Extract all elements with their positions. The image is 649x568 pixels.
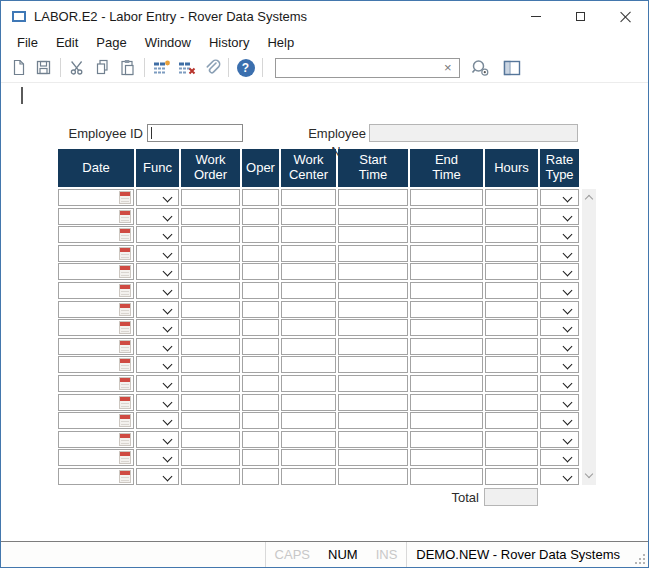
hours-cell[interactable] (485, 338, 538, 355)
end-time-cell[interactable] (410, 356, 483, 373)
work-order-cell[interactable] (181, 301, 240, 318)
calendar-icon[interactable] (119, 228, 131, 241)
rate-type-cell[interactable] (540, 431, 579, 448)
rate-type-cell[interactable] (540, 301, 579, 318)
rate-type-cell[interactable] (540, 189, 579, 206)
work-center-cell[interactable] (281, 282, 336, 299)
end-time-cell[interactable] (410, 319, 483, 336)
chevron-down-icon[interactable] (564, 324, 572, 332)
work-order-cell[interactable] (181, 245, 240, 262)
rate-type-cell[interactable] (540, 468, 579, 485)
end-time-cell[interactable] (410, 468, 483, 485)
chevron-down-icon[interactable] (164, 231, 172, 239)
chevron-down-icon[interactable] (564, 436, 572, 444)
chevron-down-icon[interactable] (164, 250, 172, 258)
delete-row-button[interactable] (174, 56, 199, 80)
work-center-cell[interactable] (281, 449, 336, 466)
insert-row-button[interactable] (149, 56, 174, 80)
rate-type-cell[interactable] (540, 226, 579, 243)
chevron-down-icon[interactable] (164, 399, 172, 407)
chevron-down-icon[interactable] (564, 417, 572, 425)
chevron-down-icon[interactable] (564, 380, 572, 388)
work-center-cell[interactable] (281, 301, 336, 318)
start-time-cell[interactable] (338, 319, 408, 336)
func-cell[interactable] (136, 245, 179, 262)
oper-cell[interactable] (242, 375, 279, 392)
rate-type-cell[interactable] (540, 449, 579, 466)
chevron-down-icon[interactable] (164, 361, 172, 369)
work-center-cell[interactable] (281, 431, 336, 448)
chevron-down-icon[interactable] (564, 399, 572, 407)
hours-cell[interactable] (485, 263, 538, 280)
work-order-cell[interactable] (181, 226, 240, 243)
func-cell[interactable] (136, 226, 179, 243)
func-cell[interactable] (136, 282, 179, 299)
calendar-icon[interactable] (119, 414, 131, 427)
func-cell[interactable] (136, 338, 179, 355)
chevron-down-icon[interactable] (564, 287, 572, 295)
calendar-icon[interactable] (119, 396, 131, 409)
calendar-icon[interactable] (119, 210, 131, 223)
menu-history[interactable]: History (200, 33, 258, 52)
hours-cell[interactable] (485, 208, 538, 225)
resize-grip[interactable] (634, 553, 646, 565)
func-cell[interactable] (136, 449, 179, 466)
oper-cell[interactable] (242, 226, 279, 243)
date-cell[interactable] (58, 338, 134, 355)
end-time-cell[interactable] (410, 189, 483, 206)
start-time-cell[interactable] (338, 394, 408, 411)
end-time-cell[interactable] (410, 412, 483, 429)
rate-type-cell[interactable] (540, 375, 579, 392)
work-order-cell[interactable] (181, 449, 240, 466)
lookup-button[interactable] (468, 56, 493, 80)
func-cell[interactable] (136, 412, 179, 429)
date-cell[interactable] (58, 226, 134, 243)
chevron-down-icon[interactable] (564, 454, 572, 462)
func-cell[interactable] (136, 356, 179, 373)
menu-window[interactable]: Window (136, 33, 200, 52)
hours-cell[interactable] (485, 245, 538, 262)
end-time-cell[interactable] (410, 245, 483, 262)
menu-edit[interactable]: Edit (47, 33, 87, 52)
work-order-cell[interactable] (181, 375, 240, 392)
func-cell[interactable] (136, 319, 179, 336)
rate-type-cell[interactable] (540, 282, 579, 299)
calendar-icon[interactable] (119, 358, 131, 371)
rate-type-cell[interactable] (540, 208, 579, 225)
hours-cell[interactable] (485, 356, 538, 373)
hours-cell[interactable] (485, 412, 538, 429)
layout-button[interactable] (499, 56, 524, 80)
rate-type-cell[interactable] (540, 319, 579, 336)
hours-cell[interactable] (485, 189, 538, 206)
calendar-icon[interactable] (119, 303, 131, 316)
employee-id-field[interactable] (147, 124, 243, 142)
hours-cell[interactable] (485, 319, 538, 336)
chevron-down-icon[interactable] (164, 380, 172, 388)
work-order-cell[interactable] (181, 338, 240, 355)
oper-cell[interactable] (242, 468, 279, 485)
chevron-down-icon[interactable] (164, 454, 172, 462)
start-time-cell[interactable] (338, 431, 408, 448)
oper-cell[interactable] (242, 263, 279, 280)
chevron-down-icon[interactable] (164, 213, 172, 221)
work-order-cell[interactable] (181, 208, 240, 225)
work-center-cell[interactable] (281, 338, 336, 355)
date-cell[interactable] (58, 263, 134, 280)
menu-page[interactable]: Page (87, 33, 135, 52)
maximize-button[interactable] (558, 1, 603, 31)
chevron-down-icon[interactable] (564, 231, 572, 239)
end-time-cell[interactable] (410, 431, 483, 448)
work-center-cell[interactable] (281, 468, 336, 485)
work-order-cell[interactable] (181, 282, 240, 299)
chevron-down-icon[interactable] (164, 306, 172, 314)
end-time-cell[interactable] (410, 394, 483, 411)
hours-cell[interactable] (485, 282, 538, 299)
hours-cell[interactable] (485, 449, 538, 466)
work-order-cell[interactable] (181, 263, 240, 280)
rate-type-cell[interactable] (540, 412, 579, 429)
work-center-cell[interactable] (281, 356, 336, 373)
chevron-down-icon[interactable] (164, 473, 172, 481)
oper-cell[interactable] (242, 301, 279, 318)
start-time-cell[interactable] (338, 226, 408, 243)
new-button[interactable] (6, 56, 31, 80)
